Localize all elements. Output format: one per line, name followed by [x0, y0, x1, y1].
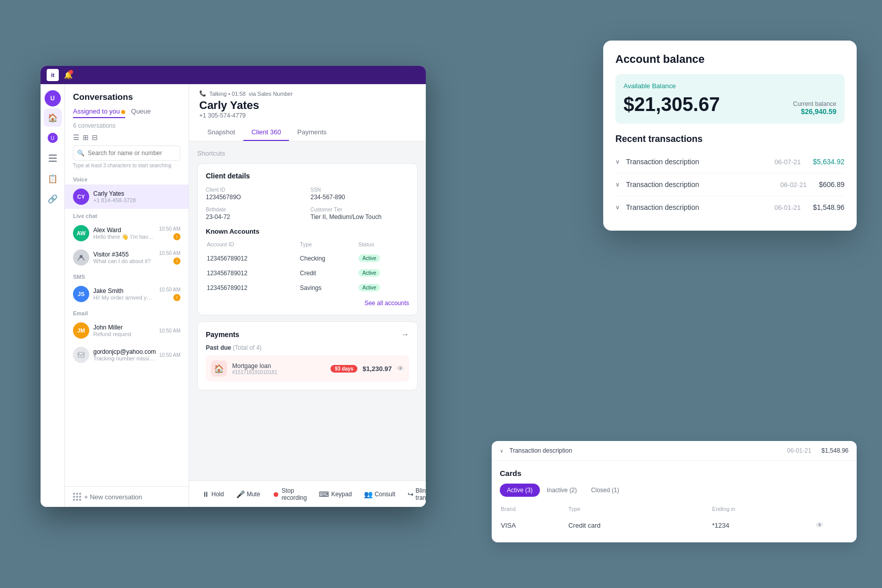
account-type-1: Checking — [300, 251, 357, 265]
payments-header: Payments → — [206, 330, 409, 339]
accounts-header-type: Type — [300, 241, 357, 250]
detail-birthdate: Birthdate 23-04-72 — [206, 207, 305, 220]
conv-item-visitor[interactable]: Visitor #3455 What can I do about it? 10… — [65, 245, 189, 270]
conversations-actions: ☰ ⊞ ⊟ — [73, 133, 180, 141]
transaction-desc-2: Transaction description — [626, 180, 780, 189]
transaction-row-1: ∨ Transaction description 06-07-21 $5,63… — [615, 151, 844, 173]
bell-icon[interactable]: 🔔 — [63, 70, 73, 80]
main-content: 📞 Talking • 01:58 via Sales Number Carly… — [189, 84, 426, 507]
cards-tab-active[interactable]: Active (3) — [500, 484, 540, 497]
current-balance-amount: $26,940.59 — [793, 107, 836, 116]
avatar-visitor — [73, 249, 89, 266]
status-badge-2: Active — [358, 269, 380, 277]
conv-item-gordon[interactable]: gordonjcp@yahoo.com Tracking number miss… — [65, 343, 189, 367]
app-window: it 🔔 U 🏠 U 📋 🔗 Conversations — [41, 66, 426, 507]
call-bar-actions: ⏸ Hold 🎤 Mute ⏺ Stop recording ⌨ Keypad — [197, 484, 426, 504]
fp-chevron[interactable]: ∨ — [500, 448, 503, 454]
conv-name-alex: Alex Ward — [93, 227, 155, 234]
account-id-2: 123456789012 — [207, 266, 299, 280]
tab-snapshot[interactable]: Snapshot — [199, 124, 243, 141]
conv-item-carly-yates[interactable]: CY Carly Yates +1 814-458-3728 — [65, 185, 189, 209]
account-status-2: Active — [358, 266, 408, 280]
known-accounts-section: Known Accounts Account ID Type Status — [206, 228, 409, 307]
sidebar-item-tasks[interactable]: 📋 — [44, 169, 62, 188]
sidebar-nav: U 🏠 U 📋 🔗 — [41, 84, 65, 507]
svg-rect-4 — [78, 352, 84, 357]
transaction-amount-2: $606.89 — [819, 180, 844, 189]
sidebar-item-profile[interactable]: U — [44, 129, 62, 147]
search-input[interactable] — [73, 145, 180, 161]
account-id-1: 123456789012 — [207, 251, 299, 265]
grid-icon — [73, 493, 81, 501]
conversations-list: Voice CY Carly Yates +1 814-458-3728 Liv… — [65, 172, 189, 486]
tab-payments[interactable]: Payments — [289, 124, 335, 141]
transaction-chevron-2[interactable]: ∨ — [615, 181, 620, 188]
known-accounts-title: Known Accounts — [206, 228, 409, 235]
talking-indicator: 📞 Talking • 01:58 via Sales Number — [199, 90, 416, 97]
consult-icon: 👥 — [364, 490, 373, 498]
hold-button[interactable]: ⏸ Hold — [197, 487, 229, 501]
tab-queue[interactable]: Queue — [131, 107, 151, 118]
conversations-header: Conversations Assigned to you Queue 6 co… — [65, 84, 189, 145]
account-type-3: Savings — [300, 281, 357, 295]
conv-time-gordon: 10:50 AM — [159, 352, 180, 358]
recent-transactions-title: Recent transactions — [615, 134, 844, 144]
keypad-button[interactable]: ⌨ Keypad — [314, 487, 357, 501]
transaction-chevron-1[interactable]: ∨ — [615, 158, 620, 165]
conv-item-john-miller[interactable]: JM John Miller Refund request 10:50 AM — [65, 318, 189, 343]
conv-name-gordon: gordonjcp@yahoo.com — [93, 348, 155, 355]
conv-item-alex-ward[interactable]: AW Alex Ward Hello there 👋 I'm having tr… — [65, 221, 189, 245]
conv-meta-alex: 10:50 AM ! — [159, 226, 180, 240]
available-balance-row: $21,305.67 Current balance $26,940.59 — [623, 94, 836, 116]
transaction-date-3: 06-01-21 — [775, 204, 801, 211]
detail-customer-tier: Customer Tier Tier II, Medium/Low Touch — [311, 207, 410, 220]
cards-tab-closed[interactable]: Closed (1) — [584, 484, 626, 497]
transaction-desc-1: Transaction description — [626, 158, 775, 166]
account-type-2: Credit — [300, 266, 357, 280]
sidebar-item-links[interactable]: 🔗 — [44, 190, 62, 208]
sidebar-item-home[interactable]: 🏠 — [44, 108, 62, 127]
conversations-tabs: Assigned to you Queue — [73, 107, 180, 118]
cards-tab-inactive[interactable]: Inactive (2) — [540, 484, 584, 497]
consult-button[interactable]: 👥 Consult — [359, 487, 400, 501]
payments-arrow-icon[interactable]: → — [401, 330, 409, 339]
conv-item-jake-smith[interactable]: JS Jake Smith Hi! My order arrived yeste… — [65, 282, 189, 306]
new-conversation-button[interactable]: + New conversation — [65, 486, 189, 507]
card-eye-icon[interactable]: 👁 — [816, 521, 823, 529]
talking-status: Talking • 01:58 — [209, 91, 246, 97]
cards-header-actions — [816, 506, 848, 516]
cards-header-type: Type — [568, 506, 711, 516]
status-badge-3: Active — [358, 284, 380, 291]
user-avatar[interactable]: U — [45, 90, 61, 106]
conv-time-jake: 10:50 AM — [159, 287, 180, 292]
mute-icon: 🎤 — [236, 490, 245, 498]
conv-preview-alex: Hello there 👋 I'm having trouble... — [93, 234, 155, 240]
conversations-title: Conversations — [73, 92, 180, 102]
transaction-row-2: ∨ Transaction description 06-02-21 $606.… — [615, 173, 844, 196]
current-balance-label: Current balance — [793, 100, 836, 107]
recording-icon: ⏺ — [272, 490, 279, 498]
card-view-icon[interactable]: ⊞ — [83, 133, 89, 141]
tab-client-360[interactable]: Client 360 — [243, 124, 289, 141]
list-view-icon[interactable]: ☰ — [73, 133, 80, 141]
card-eye-visa[interactable]: 👁 — [816, 517, 848, 533]
see-all-accounts-link[interactable]: See all accounts — [206, 300, 409, 307]
mute-button[interactable]: 🎤 Mute — [231, 487, 266, 501]
stop-recording-button[interactable]: ⏺ Stop recording — [267, 484, 312, 504]
transaction-date-1: 06-07-21 — [775, 158, 801, 166]
payment-eye-icon[interactable]: 👁 — [397, 364, 404, 373]
tab-assigned-to-you[interactable]: Assigned to you — [73, 107, 125, 118]
transaction-chevron-3[interactable]: ∨ — [615, 204, 620, 211]
blind-transfer-button[interactable]: ↪ Blind transfer — [402, 484, 426, 504]
current-balance-section: Current balance $26,940.59 — [793, 100, 836, 116]
payments-card: Payments → Past due (Total of 4) 🏠 Mortg… — [197, 321, 418, 390]
filter-icon[interactable]: ⊟ — [92, 133, 98, 141]
keypad-label: Keypad — [331, 491, 352, 498]
conv-badge-jake: ! — [173, 294, 180, 301]
sidebar-item-list[interactable] — [44, 149, 62, 167]
client-details-grid: Client ID 123456789O SSN 234-567-890 Bir… — [206, 187, 409, 220]
search-icon: 🔍 — [77, 150, 85, 157]
search-hint: Type at least 3 characters to start sear… — [73, 163, 180, 168]
conv-preview-john: Refund request — [93, 331, 155, 337]
hold-label: Hold — [211, 491, 224, 498]
